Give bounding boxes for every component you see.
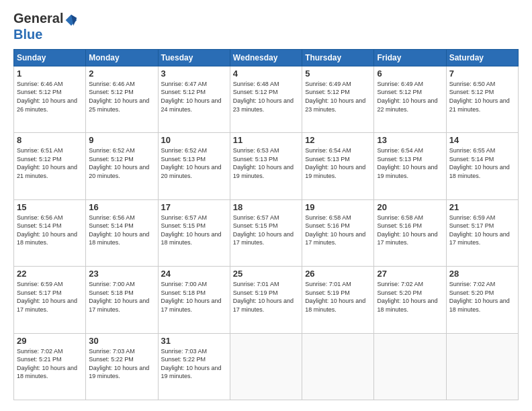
calendar-cell: 9Sunrise: 6:52 AMSunset: 5:12 PMDaylight… [86, 133, 158, 199]
day-number: 24 [161, 269, 227, 279]
calendar-cell [374, 333, 446, 400]
calendar-cell: 13Sunrise: 6:54 AMSunset: 5:13 PMDayligh… [374, 133, 446, 199]
day-number: 1 [17, 68, 83, 79]
day-info: Sunrise: 6:54 AMSunset: 5:13 PMDaylight:… [305, 146, 371, 180]
calendar-cell: 19Sunrise: 6:58 AMSunset: 5:16 PMDayligh… [302, 199, 374, 266]
day-info: Sunrise: 7:03 AMSunset: 5:22 PMDaylight:… [161, 347, 227, 381]
day-number: 6 [377, 68, 443, 79]
col-wednesday: Wednesday [230, 49, 302, 66]
header: General Blue [13, 11, 519, 42]
day-number: 15 [17, 202, 83, 212]
calendar-cell: 7Sunrise: 6:50 AMSunset: 5:12 PMDaylight… [446, 66, 518, 132]
day-number: 4 [233, 68, 299, 79]
day-number: 17 [161, 202, 227, 212]
day-info: Sunrise: 6:50 AMSunset: 5:12 PMDaylight:… [449, 80, 515, 113]
day-number: 3 [161, 68, 227, 79]
calendar-cell: 12Sunrise: 6:54 AMSunset: 5:13 PMDayligh… [302, 133, 374, 199]
day-number: 11 [233, 135, 299, 145]
day-info: Sunrise: 6:46 AMSunset: 5:12 PMDaylight:… [17, 80, 83, 113]
day-number: 16 [89, 202, 154, 212]
calendar-week-row: 15Sunrise: 6:56 AMSunset: 5:14 PMDayligh… [14, 199, 519, 266]
day-info: Sunrise: 7:02 AMSunset: 5:20 PMDaylight:… [449, 280, 515, 314]
day-info: Sunrise: 7:01 AMSunset: 5:19 PMDaylight:… [233, 280, 299, 314]
day-info: Sunrise: 6:49 AMSunset: 5:12 PMDaylight:… [305, 80, 371, 113]
day-info: Sunrise: 6:56 AMSunset: 5:14 PMDaylight:… [17, 214, 83, 247]
calendar-cell: 18Sunrise: 6:57 AMSunset: 5:15 PMDayligh… [230, 199, 302, 266]
calendar-header-row: Sunday Monday Tuesday Wednesday Thursday… [14, 49, 519, 66]
day-number: 27 [377, 269, 443, 279]
calendar-cell: 6Sunrise: 6:49 AMSunset: 5:12 PMDaylight… [374, 66, 446, 132]
day-number: 18 [233, 202, 299, 212]
day-info: Sunrise: 6:54 AMSunset: 5:13 PMDaylight:… [377, 146, 443, 180]
col-saturday: Saturday [446, 49, 518, 66]
calendar-cell: 24Sunrise: 7:00 AMSunset: 5:18 PMDayligh… [158, 267, 230, 333]
calendar-cell: 11Sunrise: 6:53 AMSunset: 5:13 PMDayligh… [230, 133, 302, 199]
col-tuesday: Tuesday [158, 49, 230, 66]
calendar-cell: 20Sunrise: 6:58 AMSunset: 5:16 PMDayligh… [374, 199, 446, 266]
day-number: 23 [89, 269, 154, 279]
calendar-cell: 16Sunrise: 6:56 AMSunset: 5:14 PMDayligh… [86, 199, 158, 266]
calendar-cell: 27Sunrise: 7:02 AMSunset: 5:20 PMDayligh… [374, 267, 446, 333]
day-number: 26 [305, 269, 371, 279]
logo-blue: Blue [13, 27, 42, 42]
day-number: 7 [449, 68, 515, 79]
day-number: 2 [89, 68, 154, 79]
day-number: 20 [377, 202, 443, 212]
day-number: 5 [305, 68, 371, 79]
calendar-table: Sunday Monday Tuesday Wednesday Thursday… [13, 49, 519, 400]
day-info: Sunrise: 6:58 AMSunset: 5:16 PMDaylight:… [305, 214, 371, 247]
day-number: 22 [17, 269, 83, 279]
day-number: 29 [17, 336, 83, 346]
calendar-week-row: 8Sunrise: 6:51 AMSunset: 5:12 PMDaylight… [14, 133, 519, 199]
day-number: 12 [305, 135, 371, 145]
day-number: 31 [161, 336, 227, 346]
day-info: Sunrise: 7:00 AMSunset: 5:18 PMDaylight:… [161, 280, 227, 314]
calendar-cell [230, 333, 302, 400]
day-info: Sunrise: 6:59 AMSunset: 5:17 PMDaylight:… [449, 214, 515, 247]
calendar-cell: 3Sunrise: 6:47 AMSunset: 5:12 PMDaylight… [158, 66, 230, 132]
day-info: Sunrise: 7:02 AMSunset: 5:20 PMDaylight:… [377, 280, 443, 314]
calendar-cell: 8Sunrise: 6:51 AMSunset: 5:12 PMDaylight… [14, 133, 86, 199]
calendar-cell: 2Sunrise: 6:46 AMSunset: 5:12 PMDaylight… [86, 66, 158, 132]
day-info: Sunrise: 6:57 AMSunset: 5:15 PMDaylight:… [233, 214, 299, 247]
day-info: Sunrise: 7:02 AMSunset: 5:21 PMDaylight:… [17, 347, 83, 381]
calendar-cell: 26Sunrise: 7:01 AMSunset: 5:19 PMDayligh… [302, 267, 374, 333]
calendar-cell: 21Sunrise: 6:59 AMSunset: 5:17 PMDayligh… [446, 199, 518, 266]
day-info: Sunrise: 6:49 AMSunset: 5:12 PMDaylight:… [377, 80, 443, 113]
day-info: Sunrise: 6:53 AMSunset: 5:13 PMDaylight:… [233, 146, 299, 180]
calendar-cell: 25Sunrise: 7:01 AMSunset: 5:19 PMDayligh… [230, 267, 302, 333]
calendar-week-row: 1Sunrise: 6:46 AMSunset: 5:12 PMDaylight… [14, 66, 519, 132]
col-friday: Friday [374, 49, 446, 66]
day-number: 25 [233, 269, 299, 279]
day-info: Sunrise: 6:51 AMSunset: 5:12 PMDaylight:… [17, 146, 83, 180]
logo-general: General [13, 11, 78, 27]
day-info: Sunrise: 6:55 AMSunset: 5:14 PMDaylight:… [449, 146, 515, 180]
col-monday: Monday [86, 49, 158, 66]
day-info: Sunrise: 6:58 AMSunset: 5:16 PMDaylight:… [377, 214, 443, 247]
day-number: 28 [449, 269, 515, 279]
day-info: Sunrise: 6:52 AMSunset: 5:13 PMDaylight:… [161, 146, 227, 180]
calendar-cell: 1Sunrise: 6:46 AMSunset: 5:12 PMDaylight… [14, 66, 86, 132]
calendar-cell [446, 333, 518, 400]
day-number: 14 [449, 135, 515, 145]
day-info: Sunrise: 7:00 AMSunset: 5:18 PMDaylight:… [89, 280, 154, 314]
day-info: Sunrise: 6:56 AMSunset: 5:14 PMDaylight:… [89, 214, 154, 247]
day-info: Sunrise: 6:57 AMSunset: 5:15 PMDaylight:… [161, 214, 227, 247]
day-number: 13 [377, 135, 443, 145]
day-info: Sunrise: 6:59 AMSunset: 5:17 PMDaylight:… [17, 280, 83, 314]
day-number: 19 [305, 202, 371, 212]
col-sunday: Sunday [14, 49, 86, 66]
calendar-cell: 10Sunrise: 6:52 AMSunset: 5:13 PMDayligh… [158, 133, 230, 199]
calendar-week-row: 22Sunrise: 6:59 AMSunset: 5:17 PMDayligh… [14, 267, 519, 333]
day-number: 8 [17, 135, 83, 145]
day-number: 10 [161, 135, 227, 145]
calendar-cell: 31Sunrise: 7:03 AMSunset: 5:22 PMDayligh… [158, 333, 230, 400]
col-thursday: Thursday [302, 49, 374, 66]
calendar-cell: 14Sunrise: 6:55 AMSunset: 5:14 PMDayligh… [446, 133, 518, 199]
calendar-cell: 28Sunrise: 7:02 AMSunset: 5:20 PMDayligh… [446, 267, 518, 333]
calendar-week-row: 29Sunrise: 7:02 AMSunset: 5:21 PMDayligh… [14, 333, 519, 400]
day-info: Sunrise: 7:01 AMSunset: 5:19 PMDaylight:… [305, 280, 371, 314]
calendar-cell: 30Sunrise: 7:03 AMSunset: 5:22 PMDayligh… [86, 333, 158, 400]
day-info: Sunrise: 6:46 AMSunset: 5:12 PMDaylight:… [89, 80, 154, 113]
calendar-cell: 4Sunrise: 6:48 AMSunset: 5:12 PMDaylight… [230, 66, 302, 132]
